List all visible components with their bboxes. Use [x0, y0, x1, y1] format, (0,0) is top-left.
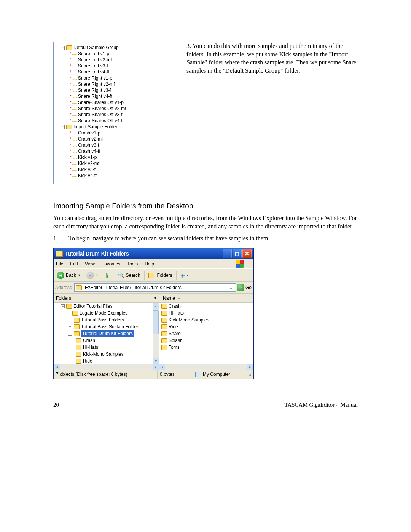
- sample-item[interactable]: ~~~Snare-Snares Off v1-p: [55, 99, 166, 105]
- sample-item[interactable]: ~~~Kick v3-f: [55, 166, 166, 173]
- tree-folder-label[interactable]: Import Sample Folder: [73, 124, 117, 130]
- forward-button[interactable]: ► ▼: [85, 271, 100, 280]
- collapse-icon[interactable]: −: [61, 304, 65, 308]
- folder-icon: [76, 345, 81, 350]
- sample-item[interactable]: ~~~Snare Right v1-p: [55, 75, 166, 81]
- sample-item[interactable]: ~~~Snare Left v2-mf: [55, 57, 166, 63]
- list-item[interactable]: Ride: [159, 323, 253, 330]
- tree-item[interactable]: Tutorial Drum Kit Folders: [81, 330, 134, 337]
- sample-item[interactable]: ~~~Snare Right v3-f: [55, 87, 166, 93]
- page-number: 20: [53, 402, 59, 408]
- tree-item[interactable]: Hi-Hats: [83, 344, 98, 351]
- scroll-right-icon[interactable]: ▸: [153, 364, 159, 370]
- menu-edit[interactable]: Edit: [70, 261, 78, 267]
- sample-item[interactable]: ~~~Snare Right v2-mf: [55, 81, 166, 87]
- status-bar: 7 objects (Disk free space: 0 bytes) 0 b…: [54, 370, 253, 379]
- back-button[interactable]: ◄ Back ▼: [55, 271, 83, 280]
- sample-item[interactable]: ~~~Snare Left v4-ff: [55, 69, 166, 75]
- menu-tools[interactable]: Tools: [127, 261, 138, 267]
- folder-icon: [66, 125, 72, 129]
- vertical-scrollbar[interactable]: ▴ ▾: [153, 303, 159, 364]
- sample-item[interactable]: ~~~Snare-Snares Off v4-ff: [55, 118, 166, 124]
- scroll-down-icon[interactable]: ▾: [153, 358, 159, 364]
- menu-favorites[interactable]: Favorites: [102, 261, 120, 267]
- search-button[interactable]: 🔍 Search: [116, 272, 142, 279]
- list-item[interactable]: Splash: [159, 337, 253, 344]
- folders-icon: [148, 273, 154, 278]
- sample-item[interactable]: ~~~Snare-Snares Off v3-f: [55, 112, 166, 118]
- collapse-icon[interactable]: −: [61, 46, 65, 50]
- sample-item[interactable]: ~~~Kick v1-p: [55, 154, 166, 160]
- folder-icon: [161, 311, 167, 316]
- expand-icon[interactable]: +: [68, 318, 72, 322]
- wav-sample-icon: ~~~: [72, 88, 76, 92]
- step-text: To begin, navigate to where you can see …: [68, 235, 269, 242]
- close-button[interactable]: ✕: [242, 249, 252, 258]
- menu-view[interactable]: View: [85, 261, 95, 267]
- list-item[interactable]: Kick-Mono Samples: [159, 316, 253, 323]
- maximize-button[interactable]: ◻: [233, 249, 242, 258]
- sample-item[interactable]: ~~~Snare Right v4-ff: [55, 93, 166, 99]
- menu-help[interactable]: Help: [145, 261, 154, 267]
- expand-icon[interactable]: +: [68, 325, 72, 329]
- horizontal-scrollbar[interactable]: ◂ ▸: [159, 364, 253, 370]
- expand-icon[interactable]: -: [68, 332, 72, 336]
- sample-item[interactable]: ~~~Snare-Snares Off v2-mf: [55, 105, 166, 112]
- horizontal-scrollbar[interactable]: ◂ ▸: [54, 364, 159, 370]
- folder-tree[interactable]: − Editor Tutorial Files Legato Mode Exam…: [54, 303, 159, 364]
- scroll-thumb[interactable]: [153, 310, 159, 334]
- folder-icon: [74, 324, 80, 329]
- folder-icon: [72, 311, 78, 316]
- step-number: 1.: [53, 235, 68, 242]
- address-dropdown-icon[interactable]: ⌄: [228, 285, 234, 290]
- go-arrow-icon: →: [237, 284, 244, 291]
- sample-item[interactable]: ~~~Crash v4-ff: [55, 148, 166, 154]
- address-input[interactable]: E:\Editor Tutorial Files\Tutorial Drum K…: [74, 283, 236, 292]
- scroll-left-icon[interactable]: ◂: [54, 364, 60, 370]
- wav-sample-icon: ~~~: [72, 58, 76, 62]
- list-item[interactable]: Toms: [159, 344, 253, 351]
- scroll-right-icon[interactable]: ▸: [247, 364, 253, 370]
- tree-item[interactable]: Crash: [83, 337, 95, 344]
- wav-sample-icon: ~~~: [72, 137, 76, 141]
- resize-grip-icon[interactable]: [247, 372, 252, 377]
- list-item[interactable]: Snare: [159, 330, 253, 337]
- tree-item[interactable]: Legato Mode Examples: [80, 310, 127, 316]
- list-item[interactable]: Hi-Hats: [159, 310, 253, 316]
- file-list[interactable]: CrashHi-HatsKick-Mono SamplesRideSnareSp…: [159, 303, 253, 364]
- sample-item[interactable]: ~~~Crash v1-p: [55, 130, 166, 136]
- tree-item[interactable]: Tutorial Bass Sustain Folders: [81, 323, 140, 330]
- tree-item[interactable]: Kick-Mono Samples: [83, 351, 124, 358]
- close-pane-icon[interactable]: ×: [154, 296, 156, 301]
- wav-sample-icon: ~~~: [72, 168, 76, 171]
- folders-button[interactable]: Folders: [147, 272, 174, 279]
- list-item[interactable]: Crash: [159, 303, 253, 310]
- wav-sample-icon: ~~~: [72, 113, 76, 117]
- sample-item[interactable]: ~~~Crash v2-mf: [55, 136, 166, 142]
- section-body: You can also drag an entire directory, o…: [53, 214, 358, 230]
- tree-folder-label[interactable]: Default Sample Group: [73, 45, 119, 51]
- tree-item[interactable]: Editor Tutorial Files: [73, 303, 113, 310]
- wav-sample-icon: ~~~: [72, 161, 76, 165]
- minimize-button[interactable]: _: [223, 249, 232, 258]
- sample-item[interactable]: ~~~Kick v4-ff: [55, 173, 166, 179]
- scroll-left-icon[interactable]: ◂: [159, 364, 165, 370]
- go-button[interactable]: → Go: [237, 284, 252, 291]
- sample-item[interactable]: ~~~Snare Left v1-p: [55, 51, 166, 57]
- menu-file[interactable]: File: [56, 261, 63, 267]
- tree-item[interactable]: Tutorial Bass Folders: [81, 316, 124, 323]
- sample-item[interactable]: ~~~Kick v2-mf: [55, 160, 166, 166]
- column-header[interactable]: Name ▲: [159, 294, 253, 303]
- up-button[interactable]: ⇪: [103, 270, 112, 280]
- views-button[interactable]: ▦ ▾: [179, 272, 190, 279]
- forward-arrow-icon: ►: [86, 272, 94, 279]
- sample-item[interactable]: ~~~Snare Left v3-f: [55, 63, 166, 69]
- collapse-icon[interactable]: −: [61, 125, 65, 129]
- title-bar[interactable]: Tutorial Drum Kit Folders _ ◻ ✕: [54, 248, 253, 259]
- scroll-up-icon[interactable]: ▴: [153, 303, 159, 309]
- wav-sample-icon: ~~~: [72, 52, 76, 56]
- folder-icon: [76, 338, 81, 343]
- wav-sample-icon: ~~~: [72, 174, 76, 177]
- tree-item[interactable]: Ride: [83, 358, 92, 364]
- sample-item[interactable]: ~~~Crash v3-f: [55, 142, 166, 148]
